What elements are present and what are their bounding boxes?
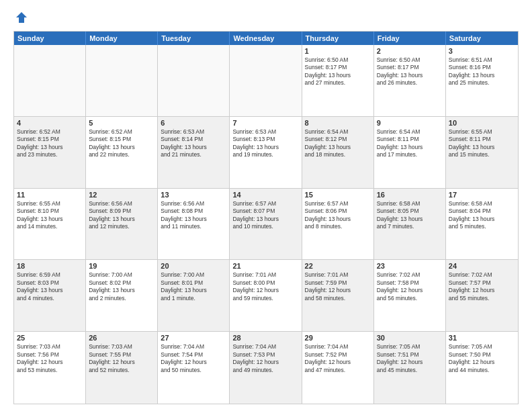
calendar-day-7: 7Sunrise: 6:53 AM Sunset: 8:13 PM Daylig… [230,117,302,188]
day-number: 26 [89,334,154,342]
day-number: 5 [89,119,154,127]
day-number: 13 [161,191,226,199]
calendar-day-22: 22Sunrise: 7:01 AM Sunset: 7:59 PM Dayli… [302,260,374,331]
day-number: 2 [377,47,443,55]
day-info: Sunrise: 6:55 AM Sunset: 8:11 PM Dayligh… [449,128,515,159]
day-number: 25 [17,334,83,342]
day-number: 14 [232,191,298,199]
calendar-day-16: 16Sunrise: 6:58 AM Sunset: 8:05 PM Dayli… [374,189,446,260]
day-info: Sunrise: 7:01 AM Sunset: 7:59 PM Dayligh… [305,271,371,302]
calendar-day-26: 26Sunrise: 7:03 AM Sunset: 7:55 PM Dayli… [86,332,158,404]
day-info: Sunrise: 7:04 AM Sunset: 7:53 PM Dayligh… [232,343,298,374]
day-number: 9 [377,119,443,127]
calendar-day-11: 11Sunrise: 6:55 AM Sunset: 8:10 PM Dayli… [14,189,86,260]
calendar-body: 1Sunrise: 6:50 AM Sunset: 8:17 PM Daylig… [14,45,518,404]
calendar-day-17: 17Sunrise: 6:58 AM Sunset: 8:04 PM Dayli… [446,189,518,260]
day-info: Sunrise: 6:52 AM Sunset: 8:15 PM Dayligh… [17,128,83,159]
calendar-week-3: 11Sunrise: 6:55 AM Sunset: 8:10 PM Dayli… [14,189,518,261]
day-number: 23 [377,262,443,270]
day-info: Sunrise: 7:02 AM Sunset: 7:58 PM Dayligh… [377,271,443,302]
calendar-week-5: 25Sunrise: 7:03 AM Sunset: 7:56 PM Dayli… [14,332,518,404]
calendar-day-10: 10Sunrise: 6:55 AM Sunset: 8:11 PM Dayli… [446,117,518,188]
day-info: Sunrise: 6:57 AM Sunset: 8:06 PM Dayligh… [305,200,371,231]
day-info: Sunrise: 7:01 AM Sunset: 8:00 PM Dayligh… [232,271,298,302]
calendar-day-13: 13Sunrise: 6:56 AM Sunset: 8:08 PM Dayli… [158,189,230,260]
day-number: 12 [89,191,154,199]
day-info: Sunrise: 7:02 AM Sunset: 7:57 PM Dayligh… [449,271,515,302]
day-info: Sunrise: 7:04 AM Sunset: 7:52 PM Dayligh… [305,343,371,374]
day-info: Sunrise: 6:50 AM Sunset: 8:17 PM Dayligh… [305,56,371,87]
day-number: 17 [449,191,515,199]
day-info: Sunrise: 7:00 AM Sunset: 8:01 PM Dayligh… [161,271,226,302]
day-info: Sunrise: 6:58 AM Sunset: 8:05 PM Dayligh… [377,200,443,231]
svg-marker-0 [16,12,27,23]
calendar-day-20: 20Sunrise: 7:00 AM Sunset: 8:01 PM Dayli… [158,260,230,331]
calendar-week-1: 1Sunrise: 6:50 AM Sunset: 8:17 PM Daylig… [14,45,518,117]
calendar-empty-cell [158,45,230,116]
calendar-header: SundayMondayTuesdayWednesdayThursdayFrid… [14,32,518,45]
day-info: Sunrise: 6:53 AM Sunset: 8:13 PM Dayligh… [232,128,298,159]
calendar-day-31: 31Sunrise: 7:05 AM Sunset: 7:50 PM Dayli… [446,332,518,404]
header [13,11,519,24]
header-day-friday: Friday [374,32,446,45]
day-info: Sunrise: 7:03 AM Sunset: 7:56 PM Dayligh… [17,343,83,374]
day-number: 21 [232,262,298,270]
calendar-day-23: 23Sunrise: 7:02 AM Sunset: 7:58 PM Dayli… [374,260,446,331]
day-info: Sunrise: 6:54 AM Sunset: 8:11 PM Dayligh… [377,128,443,159]
day-number: 22 [305,262,371,270]
calendar-day-19: 19Sunrise: 7:00 AM Sunset: 8:02 PM Dayli… [86,260,158,331]
day-info: Sunrise: 7:05 AM Sunset: 7:50 PM Dayligh… [449,343,515,374]
day-number: 11 [17,191,83,199]
day-number: 31 [449,334,515,342]
day-number: 29 [305,334,371,342]
calendar-day-2: 2Sunrise: 6:50 AM Sunset: 8:17 PM Daylig… [374,45,446,116]
day-number: 6 [161,119,226,127]
calendar-day-8: 8Sunrise: 6:54 AM Sunset: 8:12 PM Daylig… [302,117,374,188]
day-info: Sunrise: 6:53 AM Sunset: 8:14 PM Dayligh… [161,128,226,159]
day-info: Sunrise: 6:56 AM Sunset: 8:09 PM Dayligh… [89,200,154,231]
calendar-day-6: 6Sunrise: 6:53 AM Sunset: 8:14 PM Daylig… [158,117,230,188]
day-info: Sunrise: 7:00 AM Sunset: 8:02 PM Dayligh… [89,271,154,302]
header-day-tuesday: Tuesday [158,32,230,45]
day-number: 28 [232,334,298,342]
calendar-empty-cell [14,45,86,116]
day-info: Sunrise: 6:50 AM Sunset: 8:17 PM Dayligh… [377,56,443,87]
header-day-wednesday: Wednesday [230,32,302,45]
day-number: 3 [449,47,515,55]
day-number: 1 [305,47,371,55]
calendar-day-30: 30Sunrise: 7:05 AM Sunset: 7:51 PM Dayli… [374,332,446,404]
day-info: Sunrise: 7:04 AM Sunset: 7:54 PM Dayligh… [161,343,226,374]
day-number: 8 [305,119,371,127]
day-number: 18 [17,262,83,270]
day-number: 27 [161,334,226,342]
calendar: SundayMondayTuesdayWednesdayThursdayFrid… [13,31,519,404]
header-day-sunday: Sunday [14,32,86,45]
page: SundayMondayTuesdayWednesdayThursdayFrid… [0,0,532,411]
day-number: 4 [17,119,83,127]
header-day-thursday: Thursday [302,32,374,45]
calendar-day-21: 21Sunrise: 7:01 AM Sunset: 8:00 PM Dayli… [230,260,302,331]
day-info: Sunrise: 6:58 AM Sunset: 8:04 PM Dayligh… [449,200,515,231]
calendar-day-1: 1Sunrise: 6:50 AM Sunset: 8:17 PM Daylig… [302,45,374,116]
calendar-day-29: 29Sunrise: 7:04 AM Sunset: 7:52 PM Dayli… [302,332,374,404]
day-number: 20 [161,262,226,270]
calendar-day-28: 28Sunrise: 7:04 AM Sunset: 7:53 PM Dayli… [230,332,302,404]
calendar-day-14: 14Sunrise: 6:57 AM Sunset: 8:07 PM Dayli… [230,189,302,260]
calendar-day-5: 5Sunrise: 6:52 AM Sunset: 8:15 PM Daylig… [86,117,158,188]
calendar-empty-cell [230,45,302,116]
day-info: Sunrise: 6:54 AM Sunset: 8:12 PM Dayligh… [305,128,371,159]
calendar-week-2: 4Sunrise: 6:52 AM Sunset: 8:15 PM Daylig… [14,117,518,189]
day-number: 15 [305,191,371,199]
day-info: Sunrise: 6:51 AM Sunset: 8:16 PM Dayligh… [449,56,515,87]
calendar-day-3: 3Sunrise: 6:51 AM Sunset: 8:16 PM Daylig… [446,45,518,116]
day-info: Sunrise: 6:57 AM Sunset: 8:07 PM Dayligh… [232,200,298,231]
calendar-day-25: 25Sunrise: 7:03 AM Sunset: 7:56 PM Dayli… [14,332,86,404]
day-number: 24 [449,262,515,270]
calendar-day-24: 24Sunrise: 7:02 AM Sunset: 7:57 PM Dayli… [446,260,518,331]
calendar-day-18: 18Sunrise: 6:59 AM Sunset: 8:03 PM Dayli… [14,260,86,331]
logo-icon [15,11,28,24]
day-number: 10 [449,119,515,127]
day-info: Sunrise: 6:52 AM Sunset: 8:15 PM Dayligh… [89,128,154,159]
calendar-empty-cell [86,45,158,116]
day-info: Sunrise: 6:59 AM Sunset: 8:03 PM Dayligh… [17,271,83,302]
